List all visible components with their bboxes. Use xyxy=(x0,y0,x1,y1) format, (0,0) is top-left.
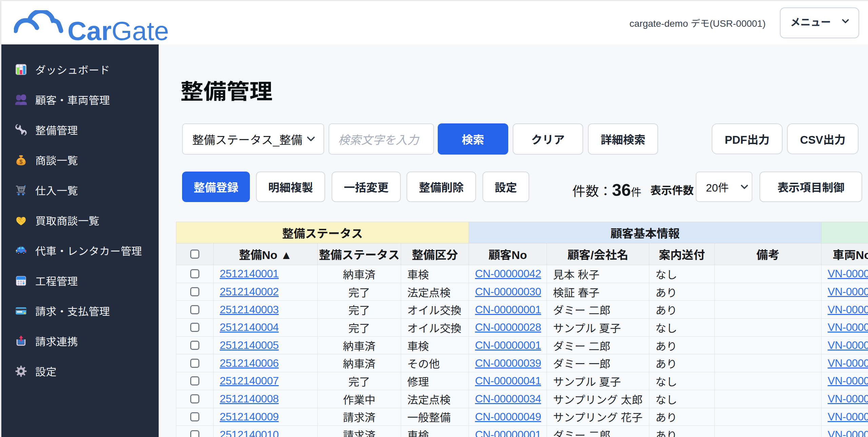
svg-text:$: $ xyxy=(19,158,23,165)
